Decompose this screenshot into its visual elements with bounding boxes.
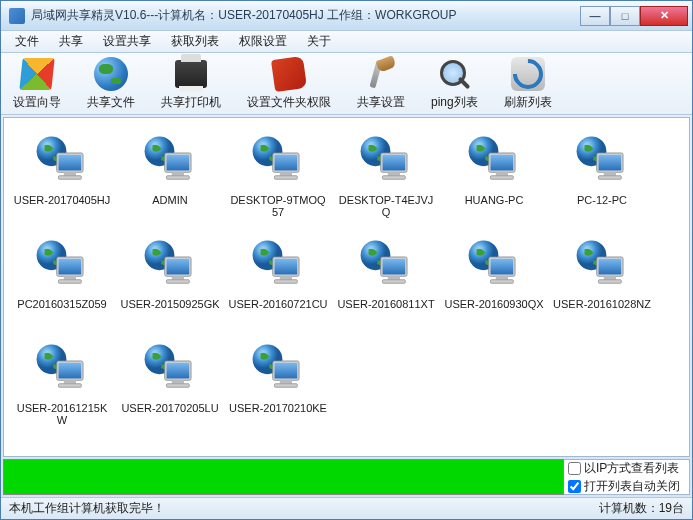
tool-label: 共享文件 — [87, 94, 135, 111]
computer-item[interactable]: USER-20170205LU — [116, 334, 224, 438]
ip-view-label: 以IP方式查看列表 — [584, 460, 679, 477]
computer-globe-icon — [358, 132, 414, 188]
svg-rect-17 — [383, 155, 406, 171]
computer-label: ADMIN — [152, 194, 187, 206]
printer-icon — [173, 56, 209, 92]
computer-item[interactable]: USER-20161215KW — [8, 334, 116, 438]
tool-ping-list[interactable]: ping列表 — [427, 54, 482, 113]
computer-label: USER-20170210KE — [229, 402, 327, 414]
svg-rect-23 — [496, 172, 508, 176]
computer-item[interactable]: USER-20170405HJ — [8, 126, 116, 230]
close-button[interactable] — [640, 6, 688, 26]
option-ip-view[interactable]: 以IP方式查看列表 — [568, 460, 685, 477]
computer-item[interactable]: PC20160315Z059 — [8, 230, 116, 334]
tool-refresh-list[interactable]: 刷新列表 — [500, 54, 556, 113]
tool-label: 共享设置 — [357, 94, 405, 111]
computer-label: PC20160315Z059 — [17, 298, 106, 310]
bottom-panel: 以IP方式查看列表 打开列表自动关闭 — [3, 459, 690, 495]
computer-item[interactable]: USER-20170210KE — [224, 334, 332, 438]
svg-rect-58 — [604, 276, 616, 280]
tools-icon — [363, 56, 399, 92]
tool-folder-permissions[interactable]: 设置文件夹权限 — [243, 54, 335, 113]
window-controls — [580, 6, 688, 26]
computer-icon — [250, 340, 306, 396]
computer-icon — [34, 340, 90, 396]
svg-rect-37 — [167, 259, 190, 275]
menubar: 文件 共享 设置共享 获取列表 权限设置 关于 — [1, 31, 692, 53]
computer-icon — [250, 132, 306, 188]
computer-list[interactable]: USER-20170405HJ ADMIN DESKTOP-9TMOQ57 DE… — [3, 117, 690, 457]
tool-label: 设置文件夹权限 — [247, 94, 331, 111]
svg-rect-69 — [167, 384, 190, 388]
app-icon — [9, 8, 25, 24]
computer-label: USER-20161028NZ — [553, 298, 651, 310]
tool-share-settings[interactable]: 共享设置 — [353, 54, 409, 113]
computer-item[interactable]: USER-20161028NZ — [548, 230, 656, 334]
menu-share-settings[interactable]: 设置共享 — [93, 31, 161, 52]
computer-icon — [34, 236, 90, 292]
svg-rect-24 — [491, 176, 514, 180]
tool-setup-wizard[interactable]: 设置向导 — [9, 54, 65, 113]
computer-item[interactable]: USER-20160721CU — [224, 230, 332, 334]
computer-item[interactable]: DESKTOP-9TMOQ57 — [224, 126, 332, 230]
tool-label: ping列表 — [431, 94, 478, 111]
refresh-icon — [510, 56, 546, 92]
svg-rect-42 — [275, 259, 298, 275]
computer-label: DESKTOP-9TMOQ57 — [228, 194, 328, 218]
computer-globe-icon — [574, 236, 630, 292]
computer-item[interactable]: HUANG-PC — [440, 126, 548, 230]
svg-rect-47 — [383, 259, 406, 275]
menu-share[interactable]: 共享 — [49, 31, 93, 52]
svg-rect-63 — [64, 380, 76, 384]
computer-item[interactable]: ADMIN — [116, 126, 224, 230]
svg-rect-52 — [491, 259, 514, 275]
ip-view-checkbox[interactable] — [568, 462, 581, 475]
maximize-button[interactable] — [610, 6, 640, 26]
computer-label: USER-20161215KW — [12, 402, 112, 426]
computer-globe-icon — [358, 236, 414, 292]
computer-label: PC-12-PC — [577, 194, 627, 206]
computer-icon — [358, 236, 414, 292]
svg-rect-62 — [59, 363, 82, 379]
menu-get-list[interactable]: 获取列表 — [161, 31, 229, 52]
svg-rect-44 — [275, 280, 298, 284]
menu-about[interactable]: 关于 — [297, 31, 341, 52]
computer-icon — [142, 132, 198, 188]
computer-label: USER-20170405HJ — [14, 194, 111, 206]
option-auto-close[interactable]: 打开列表自动关闭 — [568, 478, 685, 495]
svg-rect-34 — [59, 280, 82, 284]
computer-icon — [142, 236, 198, 292]
book-icon — [271, 56, 307, 92]
auto-close-label: 打开列表自动关闭 — [584, 478, 680, 495]
svg-rect-49 — [383, 280, 406, 284]
menu-file[interactable]: 文件 — [5, 31, 49, 52]
svg-rect-7 — [167, 155, 190, 171]
computer-globe-icon — [34, 236, 90, 292]
svg-rect-57 — [599, 259, 622, 275]
options-panel: 以IP方式查看列表 打开列表自动关闭 — [564, 459, 690, 495]
titlebar: 局域网共享精灵V10.6---计算机名：USER-20170405HJ 工作组：… — [1, 1, 692, 31]
menu-permissions[interactable]: 权限设置 — [229, 31, 297, 52]
svg-rect-53 — [496, 276, 508, 280]
computer-item[interactable]: DESKTOP-T4EJVJQ — [332, 126, 440, 230]
computer-item[interactable]: USER-20150925GK — [116, 230, 224, 334]
tool-share-files[interactable]: 共享文件 — [83, 54, 139, 113]
globe-icon — [93, 56, 129, 92]
computer-item[interactable]: USER-20160930QX — [440, 230, 548, 334]
windows-logo-icon — [19, 56, 55, 92]
svg-rect-73 — [280, 380, 292, 384]
minimize-button[interactable] — [580, 6, 610, 26]
auto-close-checkbox[interactable] — [568, 480, 581, 493]
progress-bar — [3, 459, 564, 495]
status-left: 本机工作组计算机获取完毕！ — [9, 500, 165, 517]
svg-rect-29 — [599, 176, 622, 180]
computer-globe-icon — [142, 236, 198, 292]
svg-rect-13 — [280, 172, 292, 176]
svg-rect-19 — [383, 176, 406, 180]
computer-item[interactable]: USER-20160811XT — [332, 230, 440, 334]
tool-share-printer[interactable]: 共享打印机 — [157, 54, 225, 113]
svg-rect-74 — [275, 384, 298, 388]
tool-label: 共享打印机 — [161, 94, 221, 111]
computer-label: USER-20170205LU — [121, 402, 218, 414]
computer-item[interactable]: PC-12-PC — [548, 126, 656, 230]
